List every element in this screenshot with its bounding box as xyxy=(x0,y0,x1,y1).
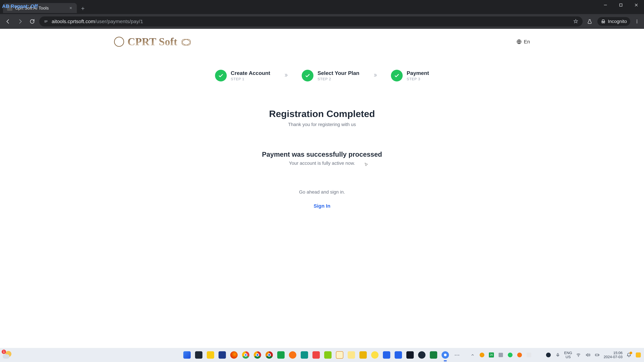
browser-tab[interactable]: Cprt Soft AI Tools × xyxy=(3,3,77,13)
site-info-icon[interactable] xyxy=(43,19,49,24)
tray-steam-icon[interactable] xyxy=(546,352,552,358)
taskbar-app-chrome-2[interactable] xyxy=(252,350,262,360)
taskbar-app-chrome[interactable] xyxy=(241,350,251,360)
step-create-account: Create Account STEP 1 xyxy=(215,70,270,81)
taskbar-weather[interactable]: 1 xyxy=(3,351,12,359)
app-icon xyxy=(301,351,308,359)
page-title: Registration Completed xyxy=(0,108,644,119)
bookmark-star-icon[interactable] xyxy=(573,19,578,24)
incognito-label: Incognito xyxy=(608,19,627,24)
taskbar-app[interactable] xyxy=(299,350,310,360)
step-label: Select Your Plan xyxy=(318,70,360,76)
language-switcher[interactable]: En xyxy=(516,39,530,44)
svg-point-5 xyxy=(636,21,638,22)
more-icon: ⋯ xyxy=(453,351,461,359)
tab-close-icon[interactable]: × xyxy=(69,6,73,10)
minimize-button[interactable] xyxy=(598,0,613,10)
window-close-button[interactable] xyxy=(628,0,644,10)
signin-link[interactable]: Sign In xyxy=(314,203,330,209)
taskbar-app-chromium[interactable] xyxy=(440,350,450,360)
taskbar-clock[interactable]: 15:06 2024-07-03 xyxy=(604,351,622,359)
step-sublabel: STEP 2 xyxy=(318,77,360,81)
incognito-badge[interactable]: Incognito xyxy=(598,17,630,26)
taskbar-app[interactable] xyxy=(370,350,380,360)
taskbar-app[interactable] xyxy=(346,350,356,360)
taskbar-app-explorer[interactable] xyxy=(206,350,216,360)
reload-button[interactable] xyxy=(27,16,37,26)
taskbar-app-chrome-3[interactable] xyxy=(264,350,274,360)
language-label: En xyxy=(524,39,530,44)
taskbar-apps: ⋯ xyxy=(182,350,462,360)
tray-calendar-tile[interactable]: 26 xyxy=(488,352,494,358)
tab-title: Cprt Soft AI Tools xyxy=(15,5,66,11)
page-content: CPRT Soft En Create Account STEP 1 Sele xyxy=(0,29,644,348)
app-icon xyxy=(312,351,320,359)
taskbar-app-notepad[interactable] xyxy=(334,350,345,360)
step-label: Payment xyxy=(407,70,429,76)
back-button[interactable] xyxy=(3,16,13,26)
taskbar: 1 ⋯ xyxy=(0,348,644,362)
language-indicator[interactable]: ENG US xyxy=(564,351,572,359)
brand-logo[interactable]: CPRT Soft xyxy=(114,35,191,48)
signin-hint: Go ahead and sign in. xyxy=(0,189,644,195)
taskbar-app-excel[interactable] xyxy=(428,350,438,360)
incognito-icon xyxy=(601,19,606,24)
notification-center-icon[interactable] xyxy=(626,352,632,358)
tray-volume-icon[interactable] xyxy=(585,352,591,358)
step-select-plan: Select Your Plan STEP 2 xyxy=(302,70,360,81)
taskbar-app[interactable] xyxy=(288,350,298,360)
taskbar-app-firefox[interactable] xyxy=(229,350,239,360)
tray-app-icon[interactable] xyxy=(479,352,485,358)
step-payment: Payment STEP 3 xyxy=(391,70,429,81)
app-icon xyxy=(289,351,296,359)
taskbar-app-folder[interactable] xyxy=(358,350,368,360)
taskbar-app-steam[interactable] xyxy=(417,350,427,360)
taskbar-app-calendar[interactable] xyxy=(393,350,403,360)
browser-menu-button[interactable] xyxy=(633,17,641,25)
globe-icon xyxy=(516,39,522,44)
step-check-icon xyxy=(391,70,403,81)
start-button[interactable] xyxy=(182,350,192,360)
svg-point-4 xyxy=(636,20,638,21)
tab-favicon xyxy=(7,5,12,11)
terminal-icon xyxy=(195,351,202,359)
app-icon xyxy=(371,351,378,359)
taskbar-app[interactable] xyxy=(276,350,286,360)
step-label: Create Account xyxy=(231,70,270,76)
app-icon xyxy=(348,351,355,359)
mouse-cursor-icon xyxy=(364,163,368,167)
url-text: aitools.cprtsoft.com/user/payments/pay/1 xyxy=(52,18,570,24)
step-sublabel: STEP 3 xyxy=(407,77,429,81)
new-tab-button[interactable]: + xyxy=(79,4,87,12)
powershell-icon xyxy=(218,351,226,359)
taskbar-app[interactable] xyxy=(311,350,321,360)
svg-rect-8 xyxy=(557,353,558,356)
forward-button[interactable] xyxy=(15,16,25,26)
chromium-icon xyxy=(442,351,449,359)
tray-battery-icon[interactable] xyxy=(594,352,600,358)
svg-rect-11 xyxy=(599,355,600,356)
tray-app-icon[interactable] xyxy=(526,352,532,358)
taskbar-app-powershell[interactable] xyxy=(217,350,227,360)
labs-icon[interactable] xyxy=(585,16,595,26)
taskbar-app[interactable] xyxy=(194,350,204,360)
payment-status-title: Payment was successfully processed xyxy=(0,151,644,158)
tray-app-icon[interactable] xyxy=(516,352,522,358)
taskbar-app[interactable] xyxy=(323,350,333,360)
system-tray: 26 ENG US 15:06 2024-07-03 xyxy=(470,351,641,359)
folder-icon xyxy=(360,351,367,359)
app-icon xyxy=(324,351,332,359)
tray-app-icon[interactable] xyxy=(498,352,504,358)
taskbar-app[interactable] xyxy=(405,350,415,360)
tray-mic-icon[interactable] xyxy=(555,352,561,358)
tray-network-icon[interactable] xyxy=(576,352,582,358)
taskbar-overflow[interactable]: ⋯ xyxy=(452,350,462,360)
taskbar-app-word[interactable] xyxy=(382,350,392,360)
windows-icon xyxy=(183,351,191,359)
maximize-button[interactable] xyxy=(613,0,628,10)
page-subtitle: Thank you for registering with us xyxy=(0,122,644,127)
tray-chevron-up-icon[interactable] xyxy=(470,352,476,358)
tray-app-icon[interactable] xyxy=(507,352,513,358)
tray-app-icon[interactable] xyxy=(635,352,641,358)
address-bar[interactable]: aitools.cprtsoft.com/user/payments/pay/1 xyxy=(39,16,582,26)
